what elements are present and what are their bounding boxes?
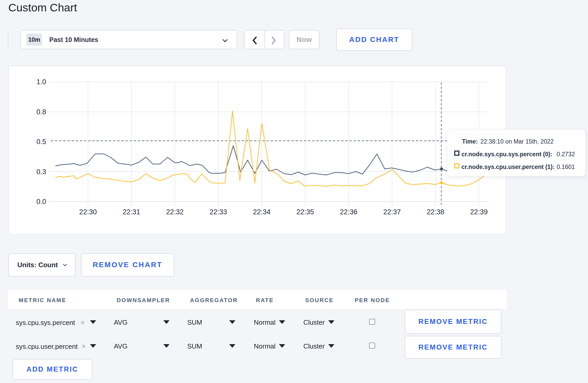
- svg-text:22:32: 22:32: [166, 208, 184, 216]
- svg-text:22:33: 22:33: [209, 208, 227, 216]
- svg-text:0.8: 0.8: [36, 108, 46, 116]
- svg-text:22:30: 22:30: [79, 208, 97, 216]
- svg-text:22:36: 22:36: [340, 208, 358, 216]
- svg-text:22:34: 22:34: [253, 208, 271, 216]
- svg-text:0.3: 0.3: [36, 168, 46, 176]
- svg-text:22:35: 22:35: [296, 208, 314, 216]
- svg-text:22:37: 22:37: [383, 208, 401, 216]
- svg-text:0.5: 0.5: [36, 138, 46, 146]
- svg-text:1.0: 1.0: [36, 78, 46, 86]
- svg-text:22:38: 22:38: [427, 208, 444, 216]
- svg-text:22:39: 22:39: [470, 208, 488, 216]
- svg-text:22:31: 22:31: [123, 208, 140, 216]
- svg-text:0.0: 0.0: [36, 198, 46, 205]
